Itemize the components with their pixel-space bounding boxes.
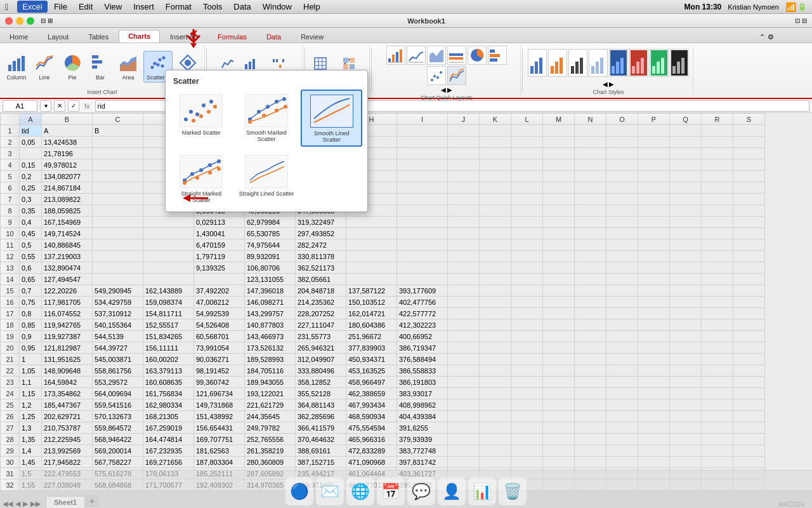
cell[interactable] bbox=[480, 457, 511, 468]
row-header-6[interactable]: 6 bbox=[1, 182, 20, 194]
cell[interactable]: 567,758227 bbox=[93, 457, 143, 468]
cell[interactable] bbox=[702, 262, 733, 274]
cell[interactable]: 116,074552 bbox=[42, 308, 93, 319]
cell[interactable]: 0,7 bbox=[20, 285, 42, 297]
cell[interactable] bbox=[346, 239, 397, 251]
cell[interactable] bbox=[606, 377, 638, 388]
cell[interactable] bbox=[346, 251, 397, 262]
cell[interactable] bbox=[733, 445, 765, 457]
cell[interactable] bbox=[480, 182, 511, 194]
cell[interactable]: 377,839903 bbox=[346, 342, 397, 354]
cell[interactable] bbox=[638, 171, 670, 182]
cell[interactable] bbox=[511, 148, 543, 159]
cell[interactable]: 393,177609 bbox=[397, 285, 448, 297]
cell[interactable]: 140,886845 bbox=[42, 239, 93, 251]
cell[interactable] bbox=[543, 308, 575, 319]
cell[interactable] bbox=[543, 262, 575, 274]
cell[interactable]: 534,429759 bbox=[93, 297, 143, 308]
cell[interactable] bbox=[143, 274, 194, 285]
row-header-8[interactable]: 8 bbox=[1, 205, 20, 217]
cell[interactable] bbox=[670, 148, 702, 159]
cell[interactable] bbox=[543, 365, 575, 377]
cell[interactable] bbox=[702, 399, 733, 411]
cell[interactable] bbox=[480, 422, 511, 434]
cell[interactable]: 188,059825 bbox=[42, 205, 93, 217]
cell[interactable]: 471,090968 bbox=[346, 457, 397, 468]
cell[interactable]: 475,554594 bbox=[346, 422, 397, 434]
cell[interactable] bbox=[638, 457, 670, 468]
cell[interactable]: 1,45 bbox=[20, 457, 42, 468]
cell[interactable]: 570,132673 bbox=[93, 411, 143, 422]
cell[interactable]: 187,803304 bbox=[194, 457, 245, 468]
cell[interactable] bbox=[702, 194, 733, 205]
dock-skype[interactable]: 💬 bbox=[407, 478, 435, 505]
cell[interactable] bbox=[511, 137, 543, 148]
cell[interactable]: 386,191803 bbox=[397, 377, 448, 388]
cell[interactable] bbox=[638, 137, 670, 148]
cell[interactable] bbox=[670, 262, 702, 274]
cell[interactable] bbox=[448, 148, 480, 159]
formula-cancel-btn[interactable]: ✕ bbox=[54, 100, 65, 112]
cell[interactable] bbox=[397, 159, 448, 171]
cell[interactable] bbox=[670, 422, 702, 434]
cell[interactable] bbox=[638, 239, 670, 251]
cell[interactable]: 213,992569 bbox=[42, 445, 93, 457]
cell[interactable]: 119,942765 bbox=[42, 319, 93, 331]
menu-edit[interactable]: Edit bbox=[74, 1, 98, 13]
cell[interactable] bbox=[543, 194, 575, 205]
cell[interactable]: 1,797119 bbox=[194, 251, 245, 262]
cell[interactable] bbox=[397, 182, 448, 194]
cell[interactable] bbox=[480, 434, 511, 445]
cell[interactable]: 137,587122 bbox=[346, 285, 397, 297]
cell[interactable] bbox=[670, 171, 702, 182]
cell[interactable]: 193,122021 bbox=[245, 388, 296, 399]
cell[interactable] bbox=[448, 217, 480, 228]
cell[interactable]: 280,360809 bbox=[245, 457, 296, 468]
cell[interactable] bbox=[93, 182, 143, 194]
cell[interactable] bbox=[733, 308, 765, 319]
dock-trash[interactable]: 🗑️ bbox=[499, 478, 527, 505]
cell[interactable] bbox=[733, 434, 765, 445]
cell[interactable] bbox=[606, 308, 638, 319]
cell[interactable]: 231,55773 bbox=[296, 331, 346, 342]
cell[interactable] bbox=[638, 228, 670, 239]
cell[interactable] bbox=[480, 297, 511, 308]
cell[interactable] bbox=[670, 217, 702, 228]
cell[interactable] bbox=[670, 125, 702, 137]
cell[interactable] bbox=[480, 148, 511, 159]
cell[interactable] bbox=[638, 399, 670, 411]
cell[interactable] bbox=[670, 285, 702, 297]
cell[interactable]: 123,131055 bbox=[245, 274, 296, 285]
cell[interactable]: 0,25 bbox=[20, 182, 42, 194]
cell[interactable] bbox=[575, 239, 606, 251]
cell[interactable]: 370,464632 bbox=[296, 434, 346, 445]
cell[interactable] bbox=[702, 331, 733, 342]
cell[interactable] bbox=[480, 331, 511, 342]
cell[interactable]: 151,834265 bbox=[143, 331, 194, 342]
cell[interactable] bbox=[143, 228, 194, 239]
cell[interactable] bbox=[670, 411, 702, 422]
cell[interactable] bbox=[480, 399, 511, 411]
cell[interactable] bbox=[93, 171, 143, 182]
cell[interactable]: 180,604386 bbox=[346, 319, 397, 331]
row-header-26[interactable]: 26 bbox=[1, 411, 20, 422]
cell[interactable]: 1 bbox=[20, 354, 42, 365]
cell[interactable] bbox=[606, 274, 638, 285]
tab-charts[interactable]: Charts bbox=[119, 30, 160, 43]
cell[interactable] bbox=[733, 342, 765, 354]
cell[interactable]: 397,831742 bbox=[397, 457, 448, 468]
cell[interactable] bbox=[397, 274, 448, 285]
row-header-2[interactable]: 2 bbox=[1, 137, 20, 148]
cell[interactable] bbox=[480, 159, 511, 171]
cell[interactable]: 160,00202 bbox=[143, 354, 194, 365]
cell[interactable] bbox=[733, 365, 765, 377]
row-header-32[interactable]: 32 bbox=[1, 479, 20, 491]
cell[interactable] bbox=[543, 354, 575, 365]
cell[interactable] bbox=[670, 331, 702, 342]
cell[interactable] bbox=[511, 262, 543, 274]
cell[interactable] bbox=[670, 228, 702, 239]
cell[interactable]: 0,55 bbox=[20, 251, 42, 262]
cell[interactable]: 148,909648 bbox=[42, 365, 93, 377]
cell[interactable] bbox=[93, 251, 143, 262]
cell[interactable] bbox=[670, 399, 702, 411]
